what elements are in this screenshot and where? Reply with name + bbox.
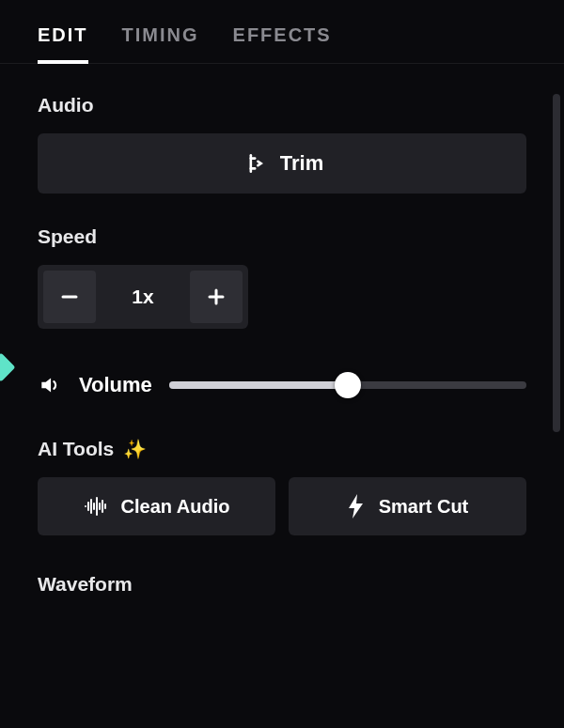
ai-tools-text: AI Tools: [38, 438, 114, 460]
trim-button-label: Trim: [280, 151, 323, 176]
edit-panel: Audio Trim Speed 1x: [0, 64, 564, 596]
sparkle-icon: ✨: [123, 438, 147, 460]
volume-label: Volume: [79, 373, 152, 397]
plus-icon: [205, 286, 227, 308]
bolt-icon: [347, 494, 366, 519]
speed-increase-button[interactable]: [190, 271, 243, 323]
tabs: EDIT TIMING EFFECTS: [0, 0, 564, 64]
audio-section-label: Audio: [38, 94, 526, 116]
speed-stepper: 1x: [38, 265, 248, 329]
volume-slider[interactable]: [169, 372, 526, 398]
tab-edit[interactable]: EDIT: [38, 24, 88, 63]
smart-cut-button[interactable]: Smart Cut: [289, 477, 526, 535]
smart-cut-label: Smart Cut: [379, 496, 469, 518]
tab-timing[interactable]: TIMING: [122, 24, 199, 63]
speed-decrease-button[interactable]: [43, 271, 96, 323]
speed-value: 1x: [98, 286, 188, 308]
speed-section-label: Speed: [38, 225, 526, 248]
volume-thumb[interactable]: [335, 372, 361, 398]
clean-audio-button[interactable]: Clean Audio: [38, 477, 275, 535]
volume-fill: [169, 381, 348, 389]
volume-icon: [38, 373, 62, 397]
tab-effects[interactable]: EFFECTS: [233, 24, 332, 63]
ai-tools-section-label: AI Tools ✨: [38, 438, 526, 460]
trim-icon: [241, 151, 265, 176]
clean-audio-label: Clean Audio: [121, 496, 230, 518]
volume-row: Volume: [38, 372, 526, 398]
scrollbar[interactable]: [553, 94, 560, 432]
waveform-icon: [84, 496, 108, 517]
minus-icon: [58, 286, 81, 308]
waveform-section-label: Waveform: [38, 573, 526, 596]
trim-button[interactable]: Trim: [38, 133, 526, 194]
